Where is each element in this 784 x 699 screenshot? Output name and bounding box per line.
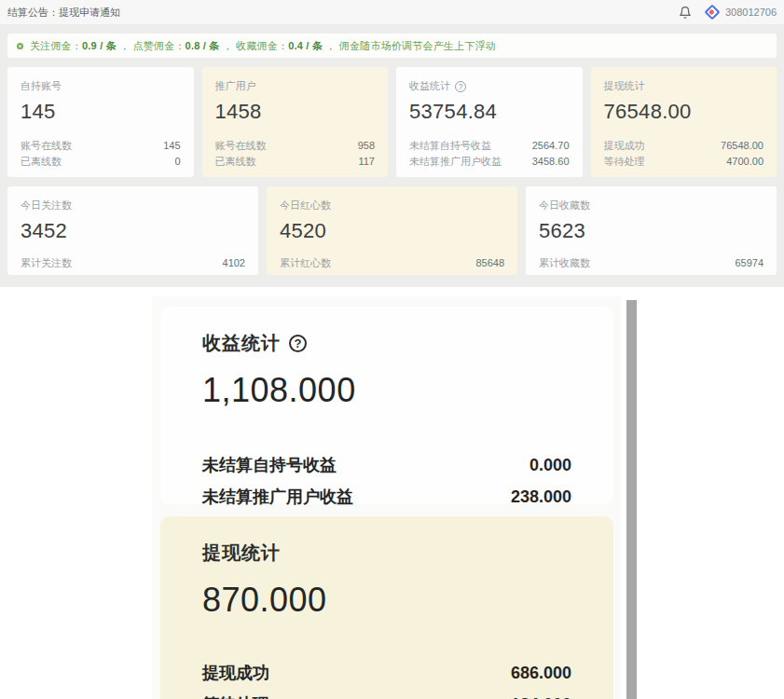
stat-value: 4700.00: [726, 154, 763, 170]
stat-label: 等待处理: [604, 154, 645, 170]
phone-section-title-row: 提现统计: [202, 541, 571, 566]
notice-value-like: 0.8 / 条: [186, 40, 220, 51]
phone-stat-label: 提现成功: [202, 657, 269, 689]
stat-label: 未结算推广用户收益: [409, 154, 502, 170]
scrollbar-thumb[interactable]: [626, 300, 637, 699]
green-ring-icon: [17, 43, 23, 49]
notice-tail: 佣金随市场价调节会产生上下浮动: [339, 40, 496, 51]
stat-value: 4102: [223, 255, 245, 271]
stat-value: 76548.00: [721, 138, 763, 154]
stat-label: 账号在线数: [215, 138, 267, 154]
card-sub-rows: 累计关注数 4102: [21, 255, 245, 271]
phone-section-title: 提现统计: [202, 541, 281, 566]
notice-label-follow: 关注佣金：: [30, 40, 82, 51]
stat-label: 已离线数: [215, 154, 256, 170]
stat-label: 已离线数: [21, 154, 62, 170]
phone-big-value: 1,108.000: [202, 371, 571, 410]
diamond-logo-icon: [704, 5, 720, 21]
phone-stat-value: 184.000: [511, 689, 571, 699]
stat-row: 已离线数 117: [215, 154, 376, 170]
bell-icon[interactable]: [679, 6, 692, 20]
phone-sub-rows: 未结算自持号收益 0.000 未结算推广用户收益 238.000: [202, 449, 571, 513]
notice-separator: ，: [117, 40, 130, 51]
stat-row: 累计收藏数 65974: [539, 255, 763, 271]
card-title: 收益统计 ?: [409, 79, 570, 93]
card-sub-rows: 未结算自持号收益 2564.70 未结算推广用户收益 3458.60: [409, 138, 570, 170]
card-self-accounts: 自持账号 145 账号在线数 145 已离线数 0: [7, 67, 194, 177]
phone-stat-label: 等待处理: [202, 689, 269, 699]
phone-withdraw-section: 提现统计 870.000 提现成功 686.000 等待处理 184.000: [160, 516, 613, 699]
stat-label: 累计收藏数: [539, 255, 590, 271]
card-sub-rows: 累计收藏数 65974: [539, 255, 763, 271]
notice-separator: ，: [219, 40, 232, 51]
notice-label-favorite: 收藏佣金：: [236, 40, 288, 51]
account-id: 308012706: [725, 7, 777, 18]
stat-value: 958: [358, 138, 375, 154]
card-income-stats: 收益统计 ? 53754.84 未结算自持号收益 2564.70 未结算推广用户…: [396, 67, 583, 177]
card-sub-rows: 账号在线数 145 已离线数 0: [21, 138, 181, 170]
notice-separator: ，: [323, 40, 336, 51]
notice-value-favorite: 0.4 / 条: [288, 40, 323, 51]
card-title: 今日关注数: [21, 199, 245, 212]
phone-stat-label: 未结算自持号收益: [202, 449, 337, 481]
card-title: 推广用户: [215, 79, 376, 93]
card-sub-rows: 账号在线数 958 已离线数 117: [215, 138, 376, 170]
phone-stat-value: 0.000: [530, 449, 571, 481]
stat-row: 未结算推广用户收益 3458.60: [409, 154, 570, 170]
stat-value: 2564.70: [532, 138, 570, 154]
card-sub-rows: 累计红心数 85648: [280, 255, 504, 271]
stat-row: 累计关注数 4102: [21, 255, 245, 271]
card-big-value: 53754.84: [409, 100, 570, 124]
phone-section-title-row: 收益统计 ?: [202, 331, 571, 356]
stat-label: 累计红心数: [280, 255, 331, 271]
page: 结算公告：提现申请通知 308012706 关注佣金：0.9 / 条 ， 点赞佣…: [0, 0, 784, 699]
stat-label: 提现成功: [604, 138, 645, 154]
stat-label: 累计关注数: [21, 255, 72, 271]
stat-value: 85648: [475, 255, 504, 271]
phone-income-section: 收益统计 ? 1,108.000 未结算自持号收益 0.000 未结算推广用户收…: [160, 307, 613, 504]
stat-row: 已离线数 0: [21, 154, 181, 170]
card-title: 提现统计: [604, 79, 764, 93]
phone-sub-rows: 提现成功 686.000 等待处理 184.000: [202, 657, 571, 699]
phone-big-value: 870.000: [202, 581, 571, 620]
stat-label: 未结算自持号收益: [409, 138, 491, 154]
phone-stat-value: 686.000: [511, 657, 571, 689]
stat-value: 65974: [735, 255, 763, 271]
phone-stat-label: 未结算推广用户收益: [202, 481, 353, 513]
announcement-text: 结算公告：提现申请通知: [7, 6, 120, 20]
card-today-favorites: 今日收藏数 5623 累计收藏数 65974: [526, 186, 777, 275]
commission-notice-text: 关注佣金：0.9 / 条 ， 点赞佣金：0.8 / 条 ， 收藏佣金：0.4 /…: [30, 39, 496, 53]
stats-row-2: 今日关注数 3452 累计关注数 4102 今日红心数 4520 累计红心数 8…: [7, 186, 777, 275]
card-big-value: 145: [21, 100, 181, 124]
notice-value-follow: 0.9 / 条: [82, 40, 117, 51]
stat-row: 提现成功 76548.00: [604, 138, 764, 154]
phone-section-title: 收益统计: [202, 331, 281, 356]
commission-notice-bar: 关注佣金：0.9 / 条 ， 点赞佣金：0.8 / 条 ， 收藏佣金：0.4 /…: [7, 34, 777, 58]
stat-value: 145: [163, 138, 180, 154]
card-title-text: 收益统计: [409, 79, 450, 93]
card-big-value: 5623: [539, 219, 763, 243]
card-today-follows: 今日关注数 3452 累计关注数 4102: [7, 186, 258, 275]
phone-stat-value: 238.000: [511, 481, 571, 513]
stat-row: 累计红心数 85648: [280, 255, 504, 271]
card-withdraw-stats: 提现统计 76548.00 提现成功 76548.00 等待处理 4700.00: [591, 67, 777, 177]
stat-value: 3458.60: [532, 154, 570, 170]
stat-row: 账号在线数 958: [215, 138, 376, 154]
topbar-right-group: 308012706: [679, 6, 777, 20]
stats-row-1: 自持账号 145 账号在线数 145 已离线数 0 推广用户 1458 账号在线…: [7, 67, 777, 177]
card-title: 今日红心数: [280, 199, 504, 212]
phone-stat-row: 未结算推广用户收益 238.000: [202, 481, 571, 513]
stat-value: 117: [358, 154, 375, 170]
stat-row: 账号在线数 145: [21, 138, 181, 154]
question-circle-icon[interactable]: ?: [289, 335, 307, 352]
phone-stat-row: 提现成功 686.000: [202, 657, 571, 689]
notice-label-like: 点赞佣金：: [133, 40, 186, 51]
stat-label: 账号在线数: [21, 138, 72, 154]
question-circle-icon[interactable]: ?: [455, 81, 466, 92]
card-title: 自持账号: [21, 79, 181, 93]
card-big-value: 1458: [215, 100, 376, 124]
card-big-value: 76548.00: [604, 100, 764, 124]
top-bar: 结算公告：提现申请通知 308012706: [0, 0, 784, 24]
card-sub-rows: 提现成功 76548.00 等待处理 4700.00: [604, 138, 764, 170]
mobile-screenshot-panel: 收益统计 ? 1,108.000 未结算自持号收益 0.000 未结算推广用户收…: [152, 296, 621, 699]
